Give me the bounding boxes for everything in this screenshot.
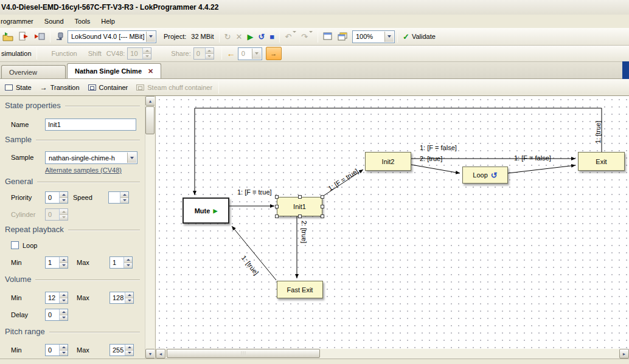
menu-tools[interactable]: Tools xyxy=(69,16,96,27)
zoom-select[interactable]: 100% xyxy=(352,30,395,43)
state-init1-selected[interactable]: Init1 xyxy=(277,197,322,216)
scroll-right-button[interactable]: ► xyxy=(619,349,629,359)
chevron-down-icon[interactable] xyxy=(127,153,136,163)
toolbar-separator xyxy=(50,30,50,43)
selection-handle[interactable] xyxy=(321,205,324,208)
toolbar-separator xyxy=(218,81,219,94)
add-container-button[interactable]: Container xyxy=(85,81,132,94)
add-transition-button[interactable]: → Transition xyxy=(36,81,83,94)
transition-arrow-icon: → xyxy=(40,83,47,92)
tab-overview[interactable]: Overview xyxy=(1,65,66,78)
alternate-samples-link[interactable]: Alternate samples (CV48) xyxy=(45,167,122,174)
state-label: Fast Exit xyxy=(287,286,313,294)
state-mute[interactable]: Mute ▶ xyxy=(182,197,229,224)
selection-handle[interactable] xyxy=(298,215,302,218)
toolbar-separator xyxy=(279,30,280,43)
repeat-min-stepper[interactable]: 1 xyxy=(45,256,68,269)
write-decoder-icon xyxy=(34,32,45,41)
state-label: Init1 xyxy=(293,203,306,210)
transition-loop-exit[interactable] xyxy=(508,165,575,173)
share-value: 0 xyxy=(196,50,204,57)
step-forward-button[interactable]: → xyxy=(266,47,282,60)
add-state-button[interactable]: State xyxy=(1,81,35,94)
arrow-right-icon: ► xyxy=(622,352,627,356)
scroll-left-button[interactable]: ◄ xyxy=(156,349,165,359)
state-init2[interactable]: Init2 xyxy=(365,152,411,171)
arrow-down-icon: ▼ xyxy=(148,352,153,356)
device-select-value: LokSound V4.0 [--- MBit] xyxy=(71,33,144,40)
state-loop[interactable]: Loop ↺ xyxy=(462,167,508,184)
validate-button[interactable]: ✓ Validate xyxy=(401,29,437,44)
selection-handle[interactable] xyxy=(275,195,279,199)
cascade-window-button[interactable] xyxy=(336,29,349,44)
open-project-button[interactable] xyxy=(1,29,15,44)
menu-programmer[interactable]: rogrammer xyxy=(0,16,39,27)
transition-label-init2-loop[interactable]: 2: [true] xyxy=(420,155,442,162)
delay-stepper[interactable]: 0 xyxy=(45,309,68,321)
selection-handle[interactable] xyxy=(275,205,279,208)
repeat-min-value: 1 xyxy=(48,259,58,266)
chevron-down-icon[interactable] xyxy=(146,32,155,42)
export-arrow-icon xyxy=(18,32,29,41)
state-exit[interactable]: Exit xyxy=(578,152,625,171)
transition-label-init1-fastexit[interactable]: 2: [true] xyxy=(301,221,308,243)
repeat-max-stepper[interactable]: 1 xyxy=(109,256,133,269)
selection-handle[interactable] xyxy=(275,215,279,218)
tab-active-label: Nathan Single Chime xyxy=(75,67,142,75)
step-select: 0 xyxy=(238,47,262,60)
properties-scrollbar[interactable]: ▲ ▼ xyxy=(145,96,155,359)
simulation-mode-label: simulation xyxy=(0,50,34,57)
transition-label-init2-exit[interactable]: 1: [F = false] xyxy=(420,144,457,151)
transition-init2-loop[interactable] xyxy=(411,165,460,173)
volume-min-stepper[interactable]: 12 xyxy=(45,292,68,304)
loop-checkbox[interactable] xyxy=(11,241,19,249)
restart-button[interactable]: ↺ xyxy=(256,29,266,44)
thumb-grip xyxy=(242,351,246,356)
pitch-max-stepper[interactable]: 255 xyxy=(109,344,134,356)
refresh-icon: ↻ xyxy=(224,33,231,41)
section-title: State properties xyxy=(5,101,61,110)
project-size-value: 32 MBit xyxy=(189,33,216,40)
volume-max-stepper[interactable]: 128 xyxy=(109,292,134,304)
refresh-button-disabled: ↻ xyxy=(223,29,233,44)
new-window-button[interactable] xyxy=(321,29,335,44)
state-fast-exit[interactable]: Fast Exit xyxy=(277,281,323,298)
menubar: rogrammer Sound Tools Help xyxy=(0,15,629,28)
transition-label-loop-exit[interactable]: 1: [F = false] xyxy=(514,154,551,162)
cv48-value: 10 xyxy=(130,50,142,57)
pitch-min-stepper[interactable]: 0 xyxy=(45,344,68,356)
step-back-button[interactable]: ← xyxy=(224,49,238,58)
scrollbar-thumb[interactable] xyxy=(145,106,155,134)
export-button[interactable] xyxy=(16,29,31,44)
selection-handle[interactable] xyxy=(298,195,302,199)
canvas-hscrollbar[interactable]: ◄ ► xyxy=(156,349,629,359)
windows-icon xyxy=(338,32,347,41)
tab-close-icon[interactable]: ✕ xyxy=(148,67,153,75)
arrow-left-icon: ◄ xyxy=(159,352,163,356)
sample-select[interactable]: nathan-single-chime-h xyxy=(45,151,137,164)
tab-nathan-single-chime[interactable]: Nathan Single Chime ✕ xyxy=(67,63,161,78)
play-button[interactable]: ▶ xyxy=(245,29,255,44)
validate-label: Validate xyxy=(412,33,436,40)
scroll-up-button[interactable]: ▲ xyxy=(145,96,155,106)
scrollbar-thumb[interactable] xyxy=(167,349,320,358)
state-machine-canvas[interactable]: Mute ▶ Init1 Init2 Loop ↺ Exit Fast Exit xyxy=(156,96,629,349)
selection-handle[interactable] xyxy=(321,195,324,199)
state-label: Init2 xyxy=(382,158,395,165)
interface-button[interactable] xyxy=(54,29,67,44)
function-label: Function xyxy=(49,50,80,57)
priority-stepper[interactable]: 0 xyxy=(45,191,68,204)
stop-button[interactable]: ■ xyxy=(268,29,276,44)
selection-handle[interactable] xyxy=(321,215,324,218)
chevron-down-icon[interactable] xyxy=(384,32,394,42)
menu-help[interactable]: Help xyxy=(96,16,120,27)
speed-stepper[interactable] xyxy=(108,191,129,204)
device-select[interactable]: LokSound V4.0 [--- MBit] xyxy=(68,30,156,43)
section-title: Repeat playback xyxy=(5,225,64,234)
write-decoder-button[interactable] xyxy=(32,29,47,44)
menu-sound[interactable]: Sound xyxy=(39,16,69,27)
scroll-down-button[interactable]: ▼ xyxy=(145,349,155,359)
name-field[interactable]: Init1 xyxy=(45,118,136,131)
transition-label-exit-mute[interactable]: 1: [true] xyxy=(594,121,602,143)
transition-label-mute-init1[interactable]: 1: [F = true] xyxy=(237,188,272,196)
